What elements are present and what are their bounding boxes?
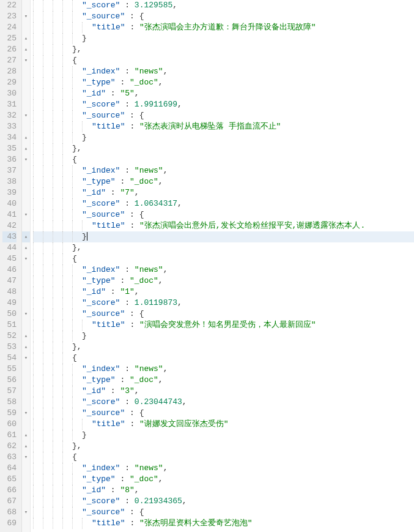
fold-column[interactable]: ▾▴▴▾▾▴▴▾▾▴▴▾▾▴▴▾▾▴▴▾▾ — [22, 0, 31, 532]
token-string: "演唱会突发意外！知名男星受伤，本人最新回应" — [139, 320, 316, 329]
fold-open-icon[interactable]: ▾ — [22, 55, 30, 66]
token-punct: , — [177, 298, 182, 307]
fold-none — [22, 198, 30, 209]
fold-close-icon[interactable]: ▴ — [22, 242, 30, 253]
code-line[interactable]: "_id" : "5", — [33, 88, 414, 99]
code-editor[interactable]: 2223242526272829303132333435363738394041… — [0, 0, 414, 532]
code-line[interactable]: "_score" : 1.9911699, — [33, 99, 414, 110]
line-number: 57 — [2, 386, 17, 397]
code-line[interactable]: { — [33, 154, 414, 165]
code-line[interactable]: "title" : "张杰演唱会主办方道歉：舞台升降设备出现故障" — [33, 22, 414, 33]
indent-guide — [72, 408, 82, 419]
code-line[interactable]: "_type" : "_doc", — [33, 77, 414, 88]
code-line[interactable]: "_source" : { — [33, 110, 414, 121]
indent-guide — [72, 176, 82, 187]
fold-close-icon[interactable]: ▴ — [22, 33, 30, 44]
code-line[interactable]: "_source" : { — [33, 507, 414, 518]
fold-open-icon[interactable]: ▾ — [22, 11, 30, 22]
code-line[interactable]: }, — [33, 44, 414, 55]
fold-close-icon[interactable]: ▴ — [22, 44, 30, 55]
code-line[interactable]: "_type" : "_doc", — [33, 176, 414, 187]
fold-open-icon[interactable]: ▾ — [22, 309, 30, 320]
code-line[interactable]: "title" : "演唱会突发意外！知名男星受伤，本人最新回应" — [33, 320, 414, 331]
indent-guide — [33, 298, 43, 309]
code-line[interactable]: "_index" : "news", — [33, 165, 414, 176]
code-line[interactable]: "_score" : 3.129585, — [33, 0, 414, 11]
indent-guide — [62, 165, 72, 176]
code-line[interactable]: "_type" : "_doc", — [33, 275, 414, 287]
code-line[interactable]: "title" : "谢娜发文回应张杰受伤" — [33, 419, 414, 430]
indent-guide — [33, 518, 43, 529]
code-line[interactable]: "_id" : "7", — [33, 187, 414, 198]
code-line[interactable]: "_index" : "news", — [33, 66, 414, 77]
token-brace: { — [139, 111, 144, 120]
fold-open-icon[interactable]: ▾ — [22, 154, 30, 165]
fold-none — [22, 397, 30, 408]
code-line[interactable]: "_source" : { — [33, 408, 414, 419]
token-brace: } — [82, 133, 87, 142]
code-line[interactable]: } — [33, 430, 414, 441]
fold-close-icon[interactable]: ▴ — [22, 331, 30, 342]
code-line[interactable]: "title" : "张杰表演时从电梯坠落 手指血流不止" — [33, 121, 414, 132]
code-line[interactable]: "title" : "张杰明星资料大全爱奇艺泡泡" — [33, 518, 414, 529]
code-line[interactable]: { — [33, 452, 414, 463]
code-line[interactable]: }, — [33, 242, 414, 253]
indent-guide — [33, 121, 43, 132]
code-line[interactable]: "_index" : "news", — [33, 463, 414, 474]
code-line[interactable]: "_source" : { — [33, 11, 414, 22]
code-line[interactable]: } — [33, 33, 414, 44]
code-line[interactable]: } — [33, 331, 414, 342]
code-line[interactable]: "_source" : { — [33, 309, 414, 320]
code-line[interactable]: "_index" : "news", — [33, 364, 414, 375]
code-line[interactable]: "title" : "张杰演唱会出意外后,发长文给粉丝报平安,谢娜透露张杰本人. — [33, 220, 414, 231]
fold-open-icon[interactable]: ▾ — [22, 408, 30, 419]
code-line[interactable]: "_id" : "3", — [33, 386, 414, 397]
token-string: "news" — [135, 463, 163, 473]
code-line[interactable]: "_id" : "1", — [33, 287, 414, 298]
fold-none — [22, 474, 30, 485]
token-punct: : — [106, 386, 120, 395]
code-line[interactable]: }, — [33, 441, 414, 452]
token-brace: { — [139, 408, 144, 418]
fold-open-icon[interactable]: ▾ — [22, 253, 30, 264]
indent-guide — [33, 66, 43, 77]
code-line[interactable]: "_id" : "8", — [33, 485, 414, 496]
code-line[interactable]: { — [33, 55, 414, 66]
token-key: "title" — [92, 519, 125, 528]
token-punct: : — [116, 177, 130, 186]
code-line[interactable]: { — [33, 353, 414, 364]
fold-close-icon[interactable]: ▴ — [22, 441, 30, 452]
fold-open-icon[interactable]: ▾ — [22, 209, 30, 220]
indent-guide — [43, 452, 53, 463]
fold-open-icon[interactable]: ▾ — [22, 452, 30, 463]
code-line[interactable]: "_source" : { — [33, 209, 414, 220]
token-punct: , — [135, 287, 139, 296]
fold-open-icon[interactable]: ▾ — [22, 507, 30, 518]
indent-guide — [33, 198, 43, 209]
code-line[interactable]: { — [33, 253, 414, 264]
fold-open-icon[interactable]: ▾ — [22, 110, 30, 121]
code-line[interactable]: "_score" : 1.0119873, — [33, 298, 414, 309]
code-line[interactable]: "_score" : 0.21934365, — [33, 496, 414, 507]
fold-close-icon[interactable]: ▴ — [22, 231, 30, 242]
code-line[interactable]: "_index" : "news", — [33, 264, 414, 275]
token-brace: { — [72, 56, 77, 65]
code-line[interactable]: "_type" : "_doc", — [33, 375, 414, 386]
code-line[interactable]: "_score" : 1.0634317, — [33, 198, 414, 209]
code-line[interactable]: } — [33, 132, 414, 143]
fold-close-icon[interactable]: ▴ — [22, 430, 30, 441]
code-line[interactable]: "_score" : 0.23044743, — [33, 397, 414, 408]
code-line[interactable]: "_type" : "_doc", — [33, 474, 414, 485]
fold-close-icon[interactable]: ▴ — [22, 132, 30, 143]
code-line[interactable]: }, — [33, 143, 414, 154]
indent-guide — [43, 430, 53, 441]
indent-guide — [53, 287, 62, 298]
fold-close-icon[interactable]: ▴ — [22, 143, 30, 154]
line-number: 61 — [2, 430, 17, 441]
indent-guide — [72, 11, 82, 22]
fold-close-icon[interactable]: ▴ — [22, 342, 30, 353]
fold-open-icon[interactable]: ▾ — [22, 353, 30, 364]
code-line[interactable]: } — [33, 231, 414, 242]
code-area[interactable]: "_score" : 3.129585,"_source" : {"title"… — [31, 0, 414, 532]
code-line[interactable]: }, — [33, 342, 414, 353]
